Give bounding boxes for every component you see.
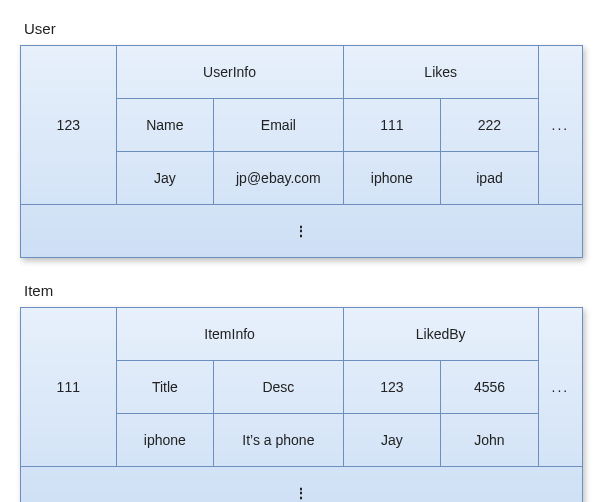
user-h-ellipsis: ... — [538, 46, 582, 205]
user-family-likes: Likes — [343, 46, 538, 99]
item-rowkey-cell: 111 — [21, 308, 117, 467]
item-table: 111 ItemInfo LikedBy ... Title Desc 123 … — [20, 307, 583, 502]
item-val-4556: John — [441, 414, 539, 467]
user-val-222: ipad — [441, 152, 539, 205]
item-h-ellipsis: ... — [538, 308, 582, 467]
item-table-title: Item — [24, 282, 583, 299]
vertical-ellipsis-icon — [294, 485, 309, 501]
item-family-iteminfo: ItemInfo — [116, 308, 343, 361]
user-col-name: Name — [116, 99, 214, 152]
item-col-123: 123 — [343, 361, 441, 414]
item-family-likedby: LikedBy — [343, 308, 538, 361]
item-col-desc: Desc — [214, 361, 343, 414]
item-table-wrap: Item 111 ItemInfo LikedBy ... Title Desc… — [20, 282, 583, 502]
user-rowkey-cell: 123 — [21, 46, 117, 205]
item-v-ellipsis — [21, 467, 583, 503]
user-table: 123 UserInfo Likes ... Name Email 111 22… — [20, 45, 583, 258]
vertical-ellipsis-icon — [294, 223, 309, 239]
item-col-4556: 4556 — [441, 361, 539, 414]
user-table-title: User — [24, 20, 583, 37]
user-col-111: 111 — [343, 99, 441, 152]
user-val-111: iphone — [343, 152, 441, 205]
user-family-userinfo: UserInfo — [116, 46, 343, 99]
user-table-wrap: User 123 UserInfo Likes ... Name Email 1… — [20, 20, 583, 258]
user-col-email: Email — [214, 99, 343, 152]
item-val-desc: It’s a phone — [214, 414, 343, 467]
item-val-123: Jay — [343, 414, 441, 467]
user-val-name: Jay — [116, 152, 214, 205]
item-val-title: iphone — [116, 414, 214, 467]
user-col-222: 222 — [441, 99, 539, 152]
user-v-ellipsis — [21, 205, 583, 258]
item-col-title: Title — [116, 361, 214, 414]
user-val-email: jp@ebay.com — [214, 152, 343, 205]
